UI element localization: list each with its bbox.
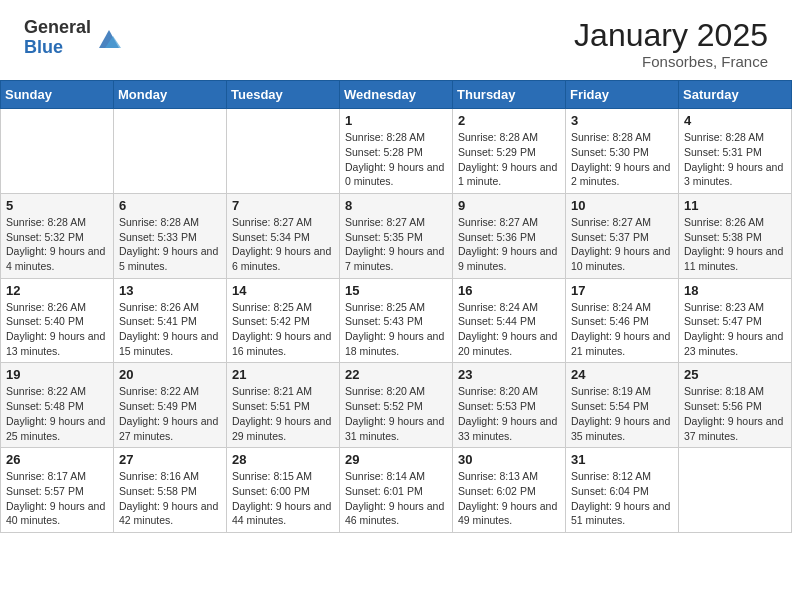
header-wednesday: Wednesday [340,81,453,109]
calendar-cell: 1Sunrise: 8:28 AMSunset: 5:28 PMDaylight… [340,109,453,194]
day-number: 20 [119,367,221,382]
header-monday: Monday [114,81,227,109]
calendar-week-row: 26Sunrise: 8:17 AMSunset: 5:57 PMDayligh… [1,448,792,533]
cell-info: Sunrise: 8:27 AMSunset: 5:34 PMDaylight:… [232,215,334,274]
calendar-cell: 6Sunrise: 8:28 AMSunset: 5:33 PMDaylight… [114,193,227,278]
calendar-cell: 10Sunrise: 8:27 AMSunset: 5:37 PMDayligh… [566,193,679,278]
day-number: 17 [571,283,673,298]
header-thursday: Thursday [453,81,566,109]
cell-info: Sunrise: 8:17 AMSunset: 5:57 PMDaylight:… [6,469,108,528]
cell-info: Sunrise: 8:28 AMSunset: 5:31 PMDaylight:… [684,130,786,189]
cell-info: Sunrise: 8:21 AMSunset: 5:51 PMDaylight:… [232,384,334,443]
calendar-cell: 30Sunrise: 8:13 AMSunset: 6:02 PMDayligh… [453,448,566,533]
cell-info: Sunrise: 8:20 AMSunset: 5:52 PMDaylight:… [345,384,447,443]
day-number: 14 [232,283,334,298]
page-header: General Blue January 2025 Fonsorbes, Fra… [0,0,792,80]
day-number: 5 [6,198,108,213]
cell-info: Sunrise: 8:28 AMSunset: 5:29 PMDaylight:… [458,130,560,189]
title-block: January 2025 Fonsorbes, France [574,18,768,70]
calendar-cell: 3Sunrise: 8:28 AMSunset: 5:30 PMDaylight… [566,109,679,194]
calendar-cell: 22Sunrise: 8:20 AMSunset: 5:52 PMDayligh… [340,363,453,448]
day-number: 19 [6,367,108,382]
calendar-cell: 23Sunrise: 8:20 AMSunset: 5:53 PMDayligh… [453,363,566,448]
day-number: 9 [458,198,560,213]
calendar-cell: 19Sunrise: 8:22 AMSunset: 5:48 PMDayligh… [1,363,114,448]
calendar-cell: 26Sunrise: 8:17 AMSunset: 5:57 PMDayligh… [1,448,114,533]
day-number: 3 [571,113,673,128]
day-number: 24 [571,367,673,382]
day-number: 23 [458,367,560,382]
cell-info: Sunrise: 8:14 AMSunset: 6:01 PMDaylight:… [345,469,447,528]
cell-info: Sunrise: 8:22 AMSunset: 5:49 PMDaylight:… [119,384,221,443]
cell-info: Sunrise: 8:19 AMSunset: 5:54 PMDaylight:… [571,384,673,443]
cell-info: Sunrise: 8:28 AMSunset: 5:33 PMDaylight:… [119,215,221,274]
calendar-cell: 25Sunrise: 8:18 AMSunset: 5:56 PMDayligh… [679,363,792,448]
day-number: 6 [119,198,221,213]
day-number: 12 [6,283,108,298]
calendar-cell: 8Sunrise: 8:27 AMSunset: 5:35 PMDaylight… [340,193,453,278]
day-number: 2 [458,113,560,128]
calendar-cell: 7Sunrise: 8:27 AMSunset: 5:34 PMDaylight… [227,193,340,278]
calendar-cell: 20Sunrise: 8:22 AMSunset: 5:49 PMDayligh… [114,363,227,448]
calendar-week-row: 12Sunrise: 8:26 AMSunset: 5:40 PMDayligh… [1,278,792,363]
cell-info: Sunrise: 8:18 AMSunset: 5:56 PMDaylight:… [684,384,786,443]
calendar-cell: 4Sunrise: 8:28 AMSunset: 5:31 PMDaylight… [679,109,792,194]
calendar-cell: 9Sunrise: 8:27 AMSunset: 5:36 PMDaylight… [453,193,566,278]
day-number: 1 [345,113,447,128]
day-number: 16 [458,283,560,298]
day-number: 21 [232,367,334,382]
day-number: 10 [571,198,673,213]
day-number: 11 [684,198,786,213]
cell-info: Sunrise: 8:24 AMSunset: 5:46 PMDaylight:… [571,300,673,359]
cell-info: Sunrise: 8:28 AMSunset: 5:28 PMDaylight:… [345,130,447,189]
day-number: 4 [684,113,786,128]
cell-info: Sunrise: 8:25 AMSunset: 5:43 PMDaylight:… [345,300,447,359]
calendar-week-row: 5Sunrise: 8:28 AMSunset: 5:32 PMDaylight… [1,193,792,278]
day-number: 8 [345,198,447,213]
cell-info: Sunrise: 8:13 AMSunset: 6:02 PMDaylight:… [458,469,560,528]
cell-info: Sunrise: 8:16 AMSunset: 5:58 PMDaylight:… [119,469,221,528]
day-number: 15 [345,283,447,298]
day-number: 18 [684,283,786,298]
calendar-cell: 5Sunrise: 8:28 AMSunset: 5:32 PMDaylight… [1,193,114,278]
day-number: 7 [232,198,334,213]
calendar-cell: 31Sunrise: 8:12 AMSunset: 6:04 PMDayligh… [566,448,679,533]
calendar-cell: 11Sunrise: 8:26 AMSunset: 5:38 PMDayligh… [679,193,792,278]
calendar-cell: 2Sunrise: 8:28 AMSunset: 5:29 PMDaylight… [453,109,566,194]
calendar-cell [1,109,114,194]
month-title: January 2025 [574,18,768,53]
cell-info: Sunrise: 8:26 AMSunset: 5:38 PMDaylight:… [684,215,786,274]
cell-info: Sunrise: 8:24 AMSunset: 5:44 PMDaylight:… [458,300,560,359]
day-number: 31 [571,452,673,467]
day-number: 27 [119,452,221,467]
cell-info: Sunrise: 8:12 AMSunset: 6:04 PMDaylight:… [571,469,673,528]
header-friday: Friday [566,81,679,109]
calendar-cell [227,109,340,194]
day-number: 29 [345,452,447,467]
cell-info: Sunrise: 8:23 AMSunset: 5:47 PMDaylight:… [684,300,786,359]
logo-general-text: General [24,18,91,38]
cell-info: Sunrise: 8:20 AMSunset: 5:53 PMDaylight:… [458,384,560,443]
calendar-cell: 16Sunrise: 8:24 AMSunset: 5:44 PMDayligh… [453,278,566,363]
cell-info: Sunrise: 8:26 AMSunset: 5:40 PMDaylight:… [6,300,108,359]
calendar-cell: 18Sunrise: 8:23 AMSunset: 5:47 PMDayligh… [679,278,792,363]
cell-info: Sunrise: 8:15 AMSunset: 6:00 PMDaylight:… [232,469,334,528]
calendar-week-row: 1Sunrise: 8:28 AMSunset: 5:28 PMDaylight… [1,109,792,194]
cell-info: Sunrise: 8:27 AMSunset: 5:36 PMDaylight:… [458,215,560,274]
calendar-cell: 12Sunrise: 8:26 AMSunset: 5:40 PMDayligh… [1,278,114,363]
day-number: 26 [6,452,108,467]
day-number: 30 [458,452,560,467]
calendar-cell [114,109,227,194]
header-saturday: Saturday [679,81,792,109]
calendar-cell: 14Sunrise: 8:25 AMSunset: 5:42 PMDayligh… [227,278,340,363]
cell-info: Sunrise: 8:28 AMSunset: 5:30 PMDaylight:… [571,130,673,189]
calendar-week-row: 19Sunrise: 8:22 AMSunset: 5:48 PMDayligh… [1,363,792,448]
logo: General Blue [24,18,123,58]
calendar-cell: 29Sunrise: 8:14 AMSunset: 6:01 PMDayligh… [340,448,453,533]
cell-info: Sunrise: 8:27 AMSunset: 5:35 PMDaylight:… [345,215,447,274]
logo-icon [95,24,123,52]
calendar-cell: 21Sunrise: 8:21 AMSunset: 5:51 PMDayligh… [227,363,340,448]
header-sunday: Sunday [1,81,114,109]
logo-blue-text: Blue [24,38,91,58]
day-number: 28 [232,452,334,467]
